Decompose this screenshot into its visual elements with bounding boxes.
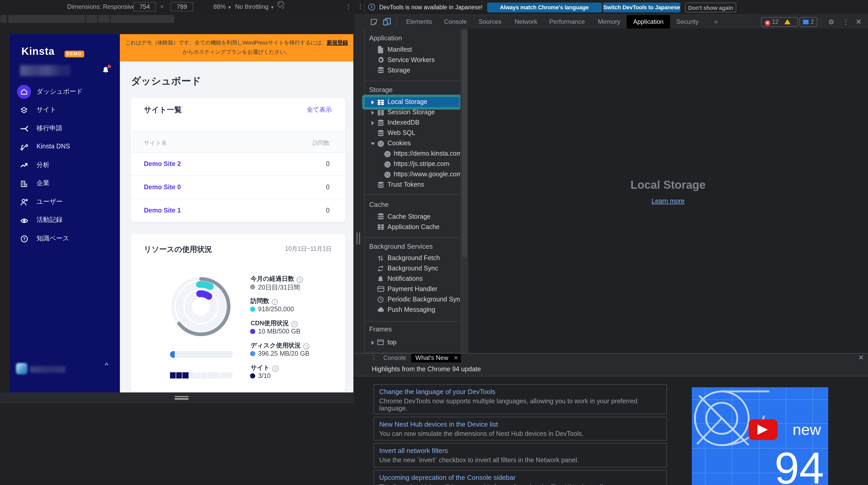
tree-item-cookies[interactable]: Cookies <box>365 139 460 149</box>
help-icon[interactable]: ? <box>272 298 278 305</box>
tree-item-background-fetch[interactable]: Background Fetch <box>365 253 460 263</box>
expand-arrow-icon[interactable] <box>371 110 374 115</box>
toolbar-more-icon[interactable]: ⋮ <box>345 0 352 14</box>
help-icon[interactable]: ? <box>297 276 303 283</box>
rotate-icon[interactable] <box>276 1 285 14</box>
tree-item-trust-tokens[interactable]: Trust Tokens <box>365 180 460 190</box>
height-input[interactable] <box>170 2 193 11</box>
stat-label: CDN使用状況? <box>251 319 298 327</box>
devtools-tab-console[interactable]: Console <box>441 15 470 29</box>
tree-item-web-sql[interactable]: Web SQL <box>365 128 460 138</box>
whatsnew-card-link[interactable]: Invert all network filters <box>379 447 448 455</box>
expand-arrow-icon[interactable] <box>370 142 375 145</box>
tree-item-top[interactable]: top <box>365 338 460 348</box>
help-icon[interactable]: ? <box>303 343 309 349</box>
infobar-message: DevTools is now available in Japanese! <box>379 0 483 15</box>
sidebar-item-sites[interactable]: サイト <box>9 103 120 117</box>
site-link[interactable]: Demo Site 1 <box>144 199 181 222</box>
learn-more-link[interactable]: Learn more <box>468 198 868 205</box>
whatsnew-card-link[interactable]: New Nest Hub devices in the Device list <box>379 420 498 428</box>
site-link[interactable]: Demo Site 2 <box>144 152 181 176</box>
throttling-select[interactable]: No throttling ▼ <box>235 0 274 14</box>
help-icon[interactable]: ? <box>291 321 298 327</box>
devtools-tab-elements[interactable]: Elements <box>403 15 435 29</box>
tree-item-https-js-stripe-com[interactable]: https://js.stripe.com <box>365 159 460 169</box>
tree-item-label: Storage <box>388 65 410 76</box>
dimensions-select[interactable]: Dimensions: Responsive ▼ <box>67 0 141 14</box>
dont-show-again-button[interactable]: Don't show again <box>685 2 736 12</box>
devtools-tab-memory[interactable]: Memory <box>594 15 624 29</box>
sidebar-item-company[interactable]: 企業 <box>9 176 120 191</box>
devtools-splitter-handle[interactable] <box>356 232 361 245</box>
sidebar-item-dashboard[interactable]: ダッシュボード <box>9 85 120 99</box>
whatsnew-card-link[interactable]: Change the language of your DevTools <box>379 388 495 395</box>
tree-item-storage[interactable]: Storage <box>365 65 460 76</box>
expand-arrow-icon[interactable] <box>371 121 374 125</box>
sidebar-item-label: ダッシュボード <box>37 85 83 99</box>
devtools-tab-security[interactable]: Security <box>673 15 702 29</box>
tree-item-notifications[interactable]: Notifications <box>365 274 460 284</box>
eye-icon <box>20 217 28 224</box>
signup-link[interactable]: 新規登録 <box>327 39 348 45</box>
sidebar-item-analytics[interactable]: 分析 <box>9 158 120 172</box>
devtools-tab-application[interactable]: Application <box>627 15 670 29</box>
sidebar-scrollbar[interactable] <box>460 28 468 353</box>
view-all-link[interactable]: 全て表示 <box>307 106 332 114</box>
sidebar-item-migrations[interactable]: 移行申請 <box>9 121 120 136</box>
tree-item-service-workers[interactable]: Service Workers <box>365 55 460 65</box>
errors-warnings-badge[interactable]: ✕12 43 <box>761 17 798 27</box>
tree-item-application-cache[interactable]: Application Cache <box>365 222 460 232</box>
width-input[interactable] <box>133 2 156 11</box>
tree-item-payment-handler[interactable]: Payment Handler <box>365 284 460 294</box>
viewport-resize-handle[interactable] <box>175 396 189 400</box>
tree-item-label: Background Sync <box>388 264 438 274</box>
sidebar-item-knowledge[interactable]: ?知識ベース <box>9 231 120 246</box>
tree-item-periodic-background-sync[interactable]: Periodic Background Sync <box>365 295 460 305</box>
chrome-94-thumbnail[interactable]: new 94 <box>692 387 828 485</box>
site-link[interactable]: Demo Site 0 <box>144 176 181 199</box>
match-language-button[interactable]: Always match Chrome's language <box>487 2 602 12</box>
sidebar-item-dns[interactable]: Kinsta DNS <box>9 140 120 154</box>
sidebar-item-users[interactable]: ユーザー <box>9 195 120 209</box>
tree-item-label: Application Cache <box>388 222 440 232</box>
resources-card-title: リソースの使用状況 <box>144 244 212 254</box>
issues-badge[interactable]: 2 <box>799 17 817 27</box>
drawer-close-icon[interactable]: ✕ <box>858 354 864 362</box>
devtools-tab-sources[interactable]: Sources <box>476 15 504 29</box>
site-row: Demo Site 00 <box>130 176 345 199</box>
site-slot-used <box>176 372 182 378</box>
zoom-select[interactable]: 88% ▼ <box>213 0 232 14</box>
tree-item-indexeddb[interactable]: IndexedDB <box>365 118 460 128</box>
tree-item-background-sync[interactable]: Background Sync <box>365 264 460 274</box>
whatsnew-card-link[interactable]: Upcoming deprecation of the Console side… <box>379 474 516 481</box>
tree-item-push-messaging[interactable]: Push Messaging <box>365 305 460 315</box>
kinsta-logo[interactable]: Kinsta <box>22 45 55 57</box>
devtools-tab-performance[interactable]: Performance <box>546 15 588 29</box>
db-icon <box>377 119 384 126</box>
devtools-close-icon[interactable]: ✕ <box>856 15 862 29</box>
expand-arrow-icon[interactable] <box>371 341 374 345</box>
sidebar-item-activity[interactable]: 活動記録 <box>9 213 120 228</box>
tree-item-cache-storage[interactable]: Cache Storage <box>365 212 460 222</box>
more-tabs-icon[interactable]: » <box>711 15 721 29</box>
media-query-bar[interactable] <box>0 15 354 23</box>
tree-item-https-www-google-com[interactable]: https://www.google.com <box>365 170 460 180</box>
sidebar-user-footer[interactable]: ^ <box>9 351 120 393</box>
drawer-tab-console[interactable]: Console <box>383 354 406 362</box>
switch-japanese-button[interactable]: Switch DevTools to Japanese <box>603 2 680 12</box>
infobar-menu-icon[interactable]: ⋮ <box>357 3 364 10</box>
sidebar-item-label: 知識ベース <box>37 231 69 246</box>
whats-new-close-icon[interactable]: ✕ <box>454 354 458 362</box>
clock-icon <box>377 296 384 303</box>
drawer-menu-icon[interactable]: ⋮ <box>371 354 377 361</box>
tree-item-https-demo-kinsta-com[interactable]: https://demo.kinsta.com <box>365 149 460 159</box>
sites-card-title: サイト一覧 <box>144 105 182 115</box>
devtools-tab-network[interactable]: Network <box>510 15 541 29</box>
help-icon[interactable]: ? <box>272 365 278 371</box>
stat-value: 3/10 <box>258 372 271 379</box>
tree-item-manifest[interactable]: Manifest <box>365 45 460 55</box>
stat-label: サイト? <box>251 363 278 372</box>
devtools-menu-icon[interactable]: ⋮ <box>843 15 849 29</box>
sidebar-item-label: 活動記録 <box>37 213 63 227</box>
drawer-tab-whats-new[interactable]: What's New ✕ <box>411 354 461 362</box>
